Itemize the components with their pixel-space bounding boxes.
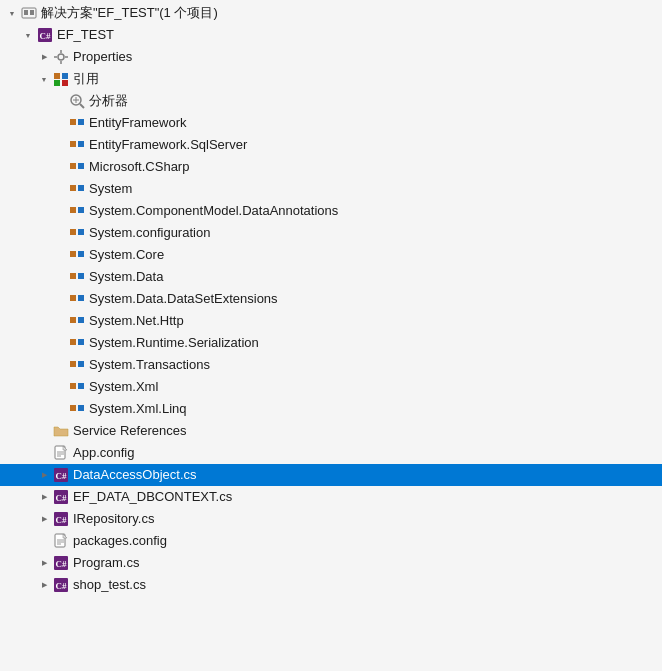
svg-rect-24 (70, 185, 76, 191)
expand-arrow[interactable] (36, 49, 52, 65)
tree-item-ef_test[interactable]: C# EF_TEST (0, 24, 662, 46)
csharp-icon: C# (52, 488, 70, 506)
expand-arrow[interactable] (52, 225, 68, 241)
expand-arrow[interactable] (36, 467, 52, 483)
expand-arrow[interactable] (52, 137, 68, 153)
svg-rect-1 (24, 10, 28, 15)
item-label: 解决方案"EF_TEST"(1 个项目) (41, 2, 218, 24)
tree-item-ref_system_runtime[interactable]: System.Runtime.Serialization (0, 332, 662, 354)
expand-arrow[interactable] (52, 247, 68, 263)
ref-icon (68, 312, 86, 330)
expand-arrow[interactable] (20, 27, 36, 43)
tree-item-analyzer[interactable]: 分析器 (0, 90, 662, 112)
item-label: DataAccessObject.cs (73, 464, 197, 486)
expand-arrow[interactable] (52, 93, 68, 109)
svg-rect-10 (54, 73, 60, 79)
expand-arrow[interactable] (36, 71, 52, 87)
expand-arrow[interactable] (52, 357, 68, 373)
ref-icon (68, 114, 86, 132)
expand-arrow[interactable] (36, 511, 52, 527)
ref-icon (68, 246, 86, 264)
tree-item-service_refs[interactable]: Service References (0, 420, 662, 442)
svg-rect-18 (70, 119, 76, 125)
references-icon (52, 70, 70, 88)
analyzer-icon (68, 92, 86, 110)
tree-item-shop_test[interactable]: C# shop_test.cs (0, 574, 662, 596)
item-label: System.configuration (89, 222, 210, 244)
tree-item-ref_system_config[interactable]: System.configuration (0, 222, 662, 244)
svg-rect-13 (62, 80, 68, 86)
tree-item-ref_system_xml[interactable]: System.Xml (0, 376, 662, 398)
tree-item-packages_config[interactable]: packages.config (0, 530, 662, 552)
tree-item-references[interactable]: 引用 (0, 68, 662, 90)
svg-rect-25 (78, 185, 84, 191)
tree-item-ref_system_core[interactable]: System.Core (0, 244, 662, 266)
expand-arrow[interactable] (36, 533, 52, 549)
expand-arrow[interactable] (36, 555, 52, 571)
tree-item-ref_system_xml_linq[interactable]: System.Xml.Linq (0, 398, 662, 420)
ref-icon (68, 136, 86, 154)
tree-item-solution[interactable]: 解决方案"EF_TEST"(1 个项目) (0, 2, 662, 24)
svg-rect-30 (70, 251, 76, 257)
expand-arrow[interactable] (36, 489, 52, 505)
expand-arrow[interactable] (36, 423, 52, 439)
expand-arrow[interactable] (52, 181, 68, 197)
item-label: packages.config (73, 530, 167, 552)
svg-text:C#: C# (56, 581, 67, 591)
csharp-icon: C# (52, 576, 70, 594)
tree-item-ref_ms_csharp[interactable]: Microsoft.CSharp (0, 156, 662, 178)
tree-item-ef_dbcontext[interactable]: C# EF_DATA_DBCONTEXT.cs (0, 486, 662, 508)
tree-item-ref_system_data_ext[interactable]: System.Data.DataSetExtensions (0, 288, 662, 310)
item-label: Program.cs (73, 552, 139, 574)
csharp-project-icon: C# (36, 26, 54, 44)
expand-arrow[interactable] (52, 159, 68, 175)
csharp-icon: C# (52, 466, 70, 484)
ref-icon (68, 180, 86, 198)
expand-arrow[interactable] (52, 379, 68, 395)
csharp-icon: C# (52, 510, 70, 528)
svg-rect-12 (54, 80, 60, 86)
svg-rect-39 (78, 339, 84, 345)
tree-item-ref_system_net[interactable]: System.Net.Http (0, 310, 662, 332)
expand-arrow[interactable] (36, 577, 52, 593)
expand-arrow[interactable] (52, 401, 68, 417)
item-label: 引用 (73, 68, 99, 90)
svg-rect-41 (78, 361, 84, 367)
solution-explorer[interactable]: 解决方案"EF_TEST"(1 个项目) C# EF_TEST Properti… (0, 0, 662, 671)
ref-icon (68, 400, 86, 418)
item-label: EF_DATA_DBCONTEXT.cs (73, 486, 232, 508)
item-label: System.Transactions (89, 354, 210, 376)
item-label: Properties (73, 46, 132, 68)
tree-item-ref_ef_sql[interactable]: EntityFramework.SqlServer (0, 134, 662, 156)
expand-arrow[interactable] (52, 291, 68, 307)
item-label: 分析器 (89, 90, 128, 112)
expand-arrow[interactable] (4, 5, 20, 21)
tree-item-ref_system_comp[interactable]: System.ComponentModel.DataAnnotations (0, 200, 662, 222)
svg-point-5 (58, 54, 64, 60)
expand-arrow[interactable] (52, 313, 68, 329)
ref-icon (68, 334, 86, 352)
ref-icon (68, 378, 86, 396)
svg-text:C#: C# (56, 559, 67, 569)
svg-rect-31 (78, 251, 84, 257)
tree-item-ref_ef[interactable]: EntityFramework (0, 112, 662, 134)
tree-item-ref_system[interactable]: System (0, 178, 662, 200)
tree-item-properties[interactable]: Properties (0, 46, 662, 68)
tree-item-program[interactable]: C# Program.cs (0, 552, 662, 574)
expand-arrow[interactable] (52, 335, 68, 351)
config-icon (52, 532, 70, 550)
svg-rect-21 (78, 141, 84, 147)
svg-rect-40 (70, 361, 76, 367)
item-label: EF_TEST (57, 24, 114, 46)
tree-item-app_config[interactable]: App.config (0, 442, 662, 464)
expand-arrow[interactable] (52, 203, 68, 219)
tree-item-data_access[interactable]: C# DataAccessObject.cs (0, 464, 662, 486)
svg-rect-29 (78, 229, 84, 235)
tree-item-ref_system_transactions[interactable]: System.Transactions (0, 354, 662, 376)
tree-item-ref_system_data[interactable]: System.Data (0, 266, 662, 288)
expand-arrow[interactable] (52, 115, 68, 131)
expand-arrow[interactable] (52, 269, 68, 285)
tree-item-irepository[interactable]: C# IRepository.cs (0, 508, 662, 530)
expand-arrow[interactable] (36, 445, 52, 461)
svg-rect-2 (30, 10, 34, 15)
